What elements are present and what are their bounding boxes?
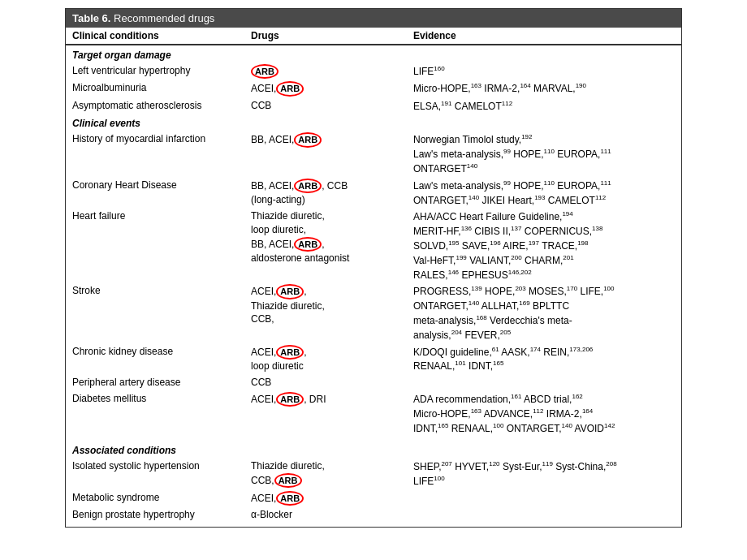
evidence-benign-prostate-hypertrophy [413, 507, 675, 508]
drugs-diabetes-mellitus: ACEI,ARB, DRI [251, 391, 413, 407]
condition-microalbuminuria: Microalbuminuria [72, 80, 251, 95]
table-title: Recommended drugs [114, 12, 214, 24]
row-asymptomatic-atherosclerosis: Asymptomatic atherosclerosis CCB ELSA,19… [66, 97, 681, 114]
row-lvh: Left ventricular hypertrophy ARB LIFE160 [66, 62, 681, 80]
row-metabolic-syndrome: Metabolic syndrome ACEI,ARB [66, 489, 681, 506]
row-isolated-systolic-hypertension: Isolated systolic hypertension Thiazide … [66, 458, 681, 489]
table-number: Table 6. [72, 12, 110, 24]
drugs-stroke: ACEI,ARB,Thiazide diuretic,CCB, [251, 283, 413, 326]
arb-badge: ARB [276, 81, 304, 96]
condition-metabolic-syndrome: Metabolic syndrome [72, 490, 251, 505]
drugs-heart-failure: Thiazide diuretic,loop diuretic,BB, ACEI… [251, 209, 413, 265]
row-peripheral-artery-disease: Peripheral artery disease CCB [66, 374, 681, 390]
row-myocardial-infarction: History of myocardial infarction BB, ACE… [66, 131, 681, 176]
condition-myocardial-infarction: History of myocardial infarction [72, 131, 251, 146]
evidence-lvh: LIFE160 [413, 63, 675, 79]
evidence-metabolic-syndrome [413, 490, 675, 491]
drugs-isolated-systolic-hypertension: Thiazide diuretic,CCB,ARB [251, 459, 413, 488]
drugs-myocardial-infarction: BB, ACEI,ARB [251, 131, 413, 147]
section-clinical-events: Clinical events [66, 114, 681, 131]
section-associated-conditions: Associated conditions [66, 441, 681, 458]
drugs-peripheral-artery-disease: CCB [251, 375, 413, 390]
arb-badge: ARB [294, 179, 322, 193]
arb-badge: ARB [294, 237, 322, 252]
condition-chronic-kidney-disease: Chronic kidney disease [72, 344, 251, 359]
arb-badge: ARB [251, 64, 279, 79]
condition-diabetes-mellitus: Diabetes mellitus [72, 391, 251, 406]
evidence-coronary-heart-disease: Law's meta-analysis,99 HOPE,110 EUROPA,1… [413, 178, 675, 208]
row-chronic-kidney-disease: Chronic kidney disease ACEI,ARB,loop diu… [66, 343, 681, 375]
condition-asymptomatic-atherosclerosis: Asymptomatic atherosclerosis [72, 98, 251, 113]
condition-heart-failure: Heart failure [72, 209, 251, 223]
condition-peripheral-artery-disease: Peripheral artery disease [72, 375, 251, 390]
evidence-stroke: PROGRESS,139 HOPE,203 MOSES,170 LIFE,100… [413, 283, 675, 342]
evidence-heart-failure: AHA/ACC Heart Failure Guideline,194MERIT… [413, 209, 675, 282]
evidence-diabetes-mellitus: ADA recommendation,161 ABCD trial,162Mic… [413, 391, 675, 435]
drugs-benign-prostate-hypertrophy: α-Blocker [251, 507, 413, 522]
row-diabetes-mellitus: Diabetes mellitus ACEI,ARB, DRI ADA reco… [66, 390, 681, 436]
row-heart-failure: Heart failure Thiazide diuretic,loop diu… [66, 208, 681, 282]
col-drugs: Drugs [251, 30, 413, 41]
arb-badge: ARB [276, 491, 304, 506]
section-target-organ-damage: Target organ damage [66, 45, 681, 62]
condition-isolated-systolic-hypertension: Isolated systolic hypertension [72, 459, 251, 473]
table-header: Table 6. Recommended drugs [66, 9, 681, 28]
evidence-microalbuminuria: Micro-HOPE,163 IRMA-2,164 MARVAL,190 [413, 80, 675, 96]
evidence-isolated-systolic-hypertension: SHEP,207 HYVET,120 Syst-Eur,119 Syst-Chi… [413, 459, 675, 489]
drugs-lvh: ARB [251, 63, 413, 79]
arb-badge: ARB [276, 345, 304, 360]
arb-badge: ARB [276, 392, 304, 407]
evidence-peripheral-artery-disease [413, 375, 675, 376]
evidence-chronic-kidney-disease: K/DOQI guideline,61 AASK,174 REIN,173,20… [413, 344, 675, 374]
evidence-myocardial-infarction: Norwegian Timolol study,192Law's meta-an… [413, 131, 675, 175]
col-evidence: Evidence [413, 30, 675, 41]
main-table: Table 6. Recommended drugs Clinical cond… [65, 8, 682, 528]
row-stroke: Stroke ACEI,ARB,Thiazide diuretic,CCB, P… [66, 282, 681, 342]
row-benign-prostate-hypertrophy: Benign prostate hypertrophy α-Blocker [66, 506, 681, 527]
column-headers: Clinical conditions Drugs Evidence [66, 28, 681, 45]
drugs-chronic-kidney-disease: ACEI,ARB,loop diuretic [251, 344, 413, 373]
arb-badge: ARB [276, 284, 304, 299]
condition-lvh: Left ventricular hypertrophy [72, 63, 251, 78]
arb-badge: ARB [294, 132, 322, 147]
drugs-asymptomatic-atherosclerosis: CCB [251, 98, 413, 113]
drugs-coronary-heart-disease: BB, ACEI,ARB, CCB(long-acting) [251, 178, 413, 207]
row-microalbuminuria: Microalbuminuria ACEI,ARB Micro-HOPE,163… [66, 80, 681, 97]
arb-badge: ARB [274, 473, 302, 488]
col-clinical-conditions: Clinical conditions [72, 30, 251, 41]
drugs-microalbuminuria: ACEI,ARB [251, 80, 413, 96]
condition-benign-prostate-hypertrophy: Benign prostate hypertrophy [72, 507, 251, 522]
drugs-metabolic-syndrome: ACEI,ARB [251, 490, 413, 506]
evidence-asymptomatic-atherosclerosis: ELSA,191 CAMELOT112 [413, 98, 675, 114]
row-coronary-heart-disease: Coronary Heart Disease BB, ACEI,ARB, CCB… [66, 177, 681, 209]
condition-stroke: Stroke [72, 283, 251, 298]
condition-coronary-heart-disease: Coronary Heart Disease [72, 178, 251, 192]
